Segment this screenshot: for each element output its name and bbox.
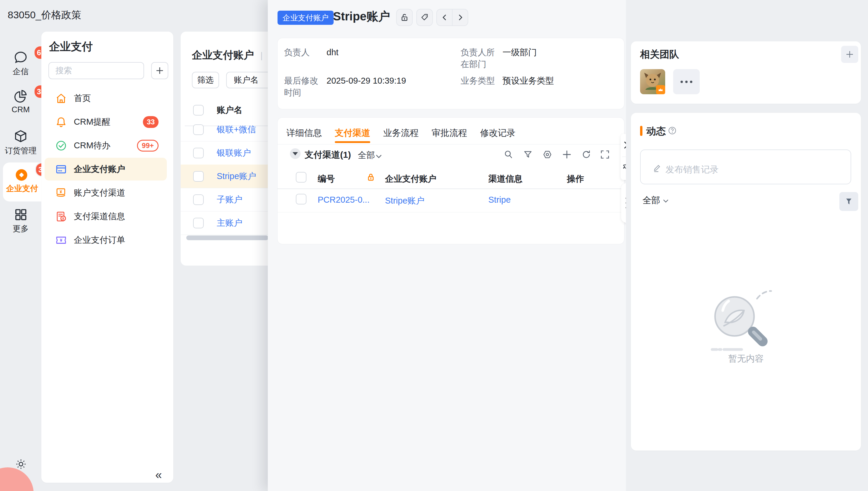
divider bbox=[278, 189, 625, 189]
row-link[interactable]: Stripe账户 bbox=[385, 195, 425, 207]
sidebar-item-label: 企业支付订单 bbox=[74, 234, 125, 246]
tab-approval-flow[interactable]: 审批流程 bbox=[432, 127, 467, 139]
input-placeholder: 发布销售记录 bbox=[665, 164, 719, 176]
column-header: 操作 bbox=[567, 173, 584, 185]
sidebar-item-home[interactable]: 首页 bbox=[44, 87, 167, 110]
row-checkbox[interactable] bbox=[193, 148, 204, 158]
ticket-yuan-icon: ¥ bbox=[55, 234, 67, 247]
row-link[interactable]: 银联+微信 bbox=[217, 124, 256, 136]
row-checkbox[interactable] bbox=[193, 124, 204, 135]
chevron-down-icon bbox=[662, 197, 669, 204]
entity-tag: 企业支付账户 bbox=[278, 11, 334, 25]
row-link[interactable]: Stripe账户 bbox=[217, 170, 256, 182]
tab-detail-info[interactable]: 详细信息 bbox=[286, 127, 322, 139]
panel-title: 相关团队 bbox=[640, 48, 679, 61]
select-all-checkbox[interactable] bbox=[193, 105, 204, 116]
rail-item-crm[interactable]: 33 CRM bbox=[0, 89, 41, 114]
panel-title: 动态 bbox=[646, 125, 666, 138]
filter-icon bbox=[844, 197, 853, 206]
rail-item-dinghuo[interactable]: 订货管理 bbox=[0, 129, 41, 156]
sidebar-item-crm-todo[interactable]: CRM待办 99+ bbox=[44, 134, 167, 157]
rail-item-qixin[interactable]: 65 企信 bbox=[0, 50, 41, 77]
search-input[interactable] bbox=[49, 62, 144, 79]
tab-business-flow[interactable]: 业务流程 bbox=[383, 127, 418, 139]
grid-icon bbox=[13, 207, 28, 222]
collapse-sidebar-icon[interactable]: « bbox=[155, 468, 162, 482]
add-team-member-button[interactable] bbox=[841, 46, 858, 63]
tab-change-log[interactable]: 修改记录 bbox=[480, 127, 516, 139]
sidebar-title: 企业支付 bbox=[49, 39, 93, 54]
badge: 33 bbox=[143, 116, 159, 128]
field-label: 业务类型 bbox=[461, 75, 499, 87]
rail-label: 企信 bbox=[0, 66, 41, 77]
filter-icon[interactable] bbox=[523, 149, 533, 160]
rail-label: 订货管理 bbox=[0, 145, 41, 156]
field-label: 负责人 bbox=[284, 47, 321, 58]
chat-bubble-icon: 65 bbox=[13, 50, 28, 65]
coin-icon: 33 bbox=[14, 167, 30, 182]
avatar-bubble[interactable] bbox=[0, 467, 34, 491]
select-all-checkbox[interactable] bbox=[296, 172, 306, 182]
pie-chart-icon: 33 bbox=[13, 89, 28, 104]
record-info-card: 负责人 dht 负责人所在部门 一级部门 最后修改时间 2025-09-29 1… bbox=[277, 38, 624, 109]
sidebar-item-crm-remind[interactable]: CRM提醒 33 bbox=[44, 111, 167, 133]
chevron-down-icon bbox=[375, 152, 383, 160]
publish-record-input[interactable]: 发布销售记录 bbox=[640, 149, 851, 184]
row-link[interactable]: Stripe bbox=[488, 195, 511, 205]
rail-item-more[interactable]: 更多 bbox=[0, 207, 41, 234]
sidebar-item-label: CRM待办 bbox=[74, 140, 111, 151]
rail-label: 企业支付 bbox=[3, 183, 41, 194]
record-title: Stripe账户 bbox=[333, 8, 390, 25]
help-icon[interactable] bbox=[668, 126, 676, 135]
sidebar-item-payment-account[interactable]: 企业支付账户 bbox=[44, 158, 167, 180]
add-button[interactable] bbox=[151, 62, 168, 79]
field-label: 最后修改时间 bbox=[284, 75, 320, 98]
payment-account-icon bbox=[55, 163, 67, 175]
doc-yuan-icon: ¥ bbox=[55, 210, 67, 223]
row-checkbox[interactable] bbox=[193, 218, 204, 228]
sidebar-item-account-channel[interactable]: ¥ 账户支付渠道 bbox=[44, 181, 167, 204]
collapse-section-icon[interactable] bbox=[290, 148, 301, 159]
row-link[interactable]: 子账户 bbox=[217, 194, 242, 206]
sidebar-item-channel-info[interactable]: ¥ 支付渠道信息 bbox=[44, 205, 167, 228]
sidebar-item-label: CRM提醒 bbox=[74, 116, 111, 128]
team-more-button[interactable] bbox=[673, 69, 700, 94]
sidebar-item-label: 账户支付渠道 bbox=[74, 187, 125, 199]
pencil-icon bbox=[652, 163, 662, 173]
prev-record-button[interactable] bbox=[437, 9, 452, 25]
row-checkbox[interactable] bbox=[296, 194, 306, 204]
empty-state-text: 暂无内容 bbox=[631, 353, 861, 365]
filter-button[interactable]: 筛选 bbox=[192, 72, 219, 88]
tag-icon-button[interactable] bbox=[416, 9, 433, 26]
add-icon[interactable] bbox=[562, 149, 572, 160]
search-icon[interactable] bbox=[503, 149, 514, 160]
row-link[interactable]: 银联账户 bbox=[217, 147, 251, 159]
expand-icon[interactable] bbox=[600, 149, 610, 160]
rail-item-qiyezhifu[interactable]: 33 企业支付 bbox=[3, 163, 41, 201]
tab-payment-channel[interactable]: 支付渠道 bbox=[335, 127, 370, 139]
unlock-icon-button[interactable] bbox=[396, 9, 413, 26]
check-circle-icon bbox=[55, 139, 67, 152]
bell-icon bbox=[55, 116, 67, 128]
accent-bar bbox=[640, 126, 643, 136]
refresh-icon[interactable] bbox=[581, 149, 591, 160]
list-header: 企业支付账户 | 全 bbox=[192, 48, 278, 62]
row-checkbox[interactable] bbox=[193, 194, 204, 205]
lock-icon bbox=[366, 173, 376, 182]
settings-gear-icon[interactable] bbox=[16, 459, 27, 470]
horizontal-scrollbar[interactable] bbox=[186, 235, 268, 240]
settings-icon[interactable] bbox=[542, 149, 552, 160]
svg-text:¥: ¥ bbox=[62, 216, 64, 221]
row-checkbox[interactable] bbox=[193, 171, 204, 182]
svg-text:¥: ¥ bbox=[60, 238, 63, 242]
feed-filter-button[interactable] bbox=[839, 192, 858, 211]
row-link[interactable]: PCR2025-0... bbox=[318, 195, 370, 205]
feed-scope-select[interactable]: 全部 bbox=[643, 194, 660, 206]
section-scope-select[interactable]: 全部 bbox=[358, 149, 375, 161]
row-link[interactable]: 主账户 bbox=[217, 217, 242, 229]
sidebar-item-payment-order[interactable]: ¥ 企业支付订单 bbox=[44, 229, 167, 252]
sidebar-item-label: 支付渠道信息 bbox=[74, 211, 125, 223]
next-record-button[interactable] bbox=[452, 9, 468, 25]
prev-next-nav bbox=[436, 9, 468, 26]
active-tab-underline bbox=[335, 141, 370, 143]
